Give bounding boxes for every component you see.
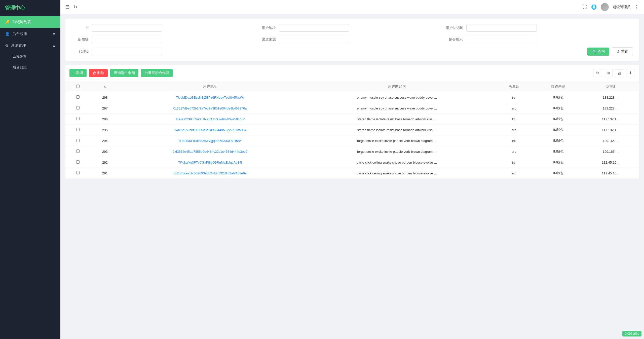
globe-icon[interactable]: 🌐 (591, 4, 597, 10)
cell-mnemonic: stereo flame isolate resist base tornado… (300, 114, 494, 125)
cell-chain: erc (494, 146, 534, 157)
print-icon[interactable]: 🖨 (615, 69, 624, 77)
filter-item-user-address: 用户地址 (259, 24, 446, 32)
delete-button[interactable]: 🗑 删除 (89, 69, 108, 77)
cell-mnemonic: stereo flame isolate resist base tornado… (300, 125, 494, 135)
filter-input-show-flag[interactable] (466, 36, 536, 43)
cell-address[interactable]: TPqkafxg3FTvCGkPj8bJGRuMaEUgcAb34i (120, 157, 300, 168)
address-link[interactable]: TUdMDu1GEzsNSjZEPz6RXobyTpU8A5NsWr (176, 96, 244, 99)
cell-channel: IM钱包 (534, 135, 582, 146)
data-table: id 用户地址 用户助记词 所属链 渠道来源 ip地址 298 TUdMDu1G… (65, 81, 639, 179)
table-toolbar: + 新增 🗑 删除 查询选中余额 批量展示给代理 ↻ ⊞ 🖨 ⬇ (65, 65, 639, 81)
filter-input-chain[interactable] (92, 36, 162, 43)
cell-chain: trc (494, 157, 534, 168)
chevron-down-icon: ∨ (53, 32, 55, 36)
table-panel: + 新增 🗑 删除 查询选中余额 批量展示给代理 ↻ ⊞ 🖨 ⬇ (65, 65, 639, 179)
cell-channel: IM钱包 (534, 92, 582, 103)
menu-toggle-icon[interactable]: ☰ (65, 4, 69, 10)
filter-panel: id 用户地址 用户助记词 所属链 渠道来源 (65, 19, 639, 61)
cell-mnemonic: cycle click ceiling snake shove burden b… (300, 157, 494, 168)
sidebar-item-mnemonic-list[interactable]: 🔑 助记词列表 (0, 16, 60, 28)
export-icon[interactable]: ⬇ (626, 69, 635, 77)
cell-id: 292 (90, 157, 120, 168)
cell-checkbox[interactable] (65, 135, 90, 146)
cell-address[interactable]: 0xac6c150c8f7186528c2d966448f70dc7f87b59… (120, 125, 300, 135)
cell-checkbox[interactable] (65, 157, 90, 168)
table-row: 295 0xac6c150c8f7186528c2d966448f70dc7f8… (65, 125, 639, 135)
filter-label-user-address: 用户地址 (259, 26, 279, 30)
cell-mnemonic: enemy muscle spy chase success wave budd… (300, 92, 494, 103)
filter-label-agent-id: 代理id (71, 49, 92, 54)
filter-row-1: id 用户地址 用户助记词 (71, 24, 633, 32)
col-id: id (90, 81, 120, 92)
address-link[interactable]: 0xac6c150c8f7186528c2d966448f70dc7f87b59… (174, 128, 246, 132)
cell-checkbox[interactable] (65, 168, 90, 179)
filter-input-channel[interactable] (279, 36, 349, 43)
sidebar-item-system-management[interactable]: ⚙ 系统管理 ∧ (0, 40, 60, 52)
filter-input-id[interactable] (92, 24, 162, 32)
cell-address[interactable]: TUdMDu1GEzsNSjZEPz6RXobyTpU8A5NsWr (120, 92, 300, 103)
cell-checkbox[interactable] (65, 146, 90, 157)
layout-icon[interactable]: ⊞ (604, 69, 613, 77)
col-chain: 所属链 (494, 81, 534, 92)
sidebar-sub-item-backend-log[interactable]: 后台日志 (0, 62, 60, 73)
filter-label-id: id (71, 26, 92, 30)
filter-input-agent-id[interactable] (92, 48, 162, 55)
sidebar-item-backend-permissions[interactable]: 👤 后台权限 ∨ (0, 28, 60, 40)
col-user-mnemonic: 用户助记词 (300, 81, 494, 92)
reset-button[interactable]: ↺ 重置 (612, 47, 633, 56)
batch-show-button[interactable]: 批量展示给代理 (141, 69, 173, 77)
select-all-checkbox[interactable] (76, 85, 80, 88)
table-row: 293 0xf3552e45ab7855b0e4484c22c1c4754d44… (65, 146, 639, 157)
address-link[interactable]: THbDD5FdRkchZ5XVgjq9re68XJXP9Tf58Y (178, 139, 242, 143)
header: ☰ ↻ ⛶ 🌐 超级管理员 ⋮ (60, 0, 644, 14)
filter-item-chain: 所属链 (71, 36, 259, 43)
address-link[interactable]: 0x2565ceaf1c50269096b2422f332d163abf153e… (173, 171, 247, 175)
query-balance-button[interactable]: 查询选中余额 (110, 69, 138, 77)
query-button[interactable]: 🔍 查询 (587, 48, 609, 56)
filter-label-user-mnemonic: 用户助记词 (446, 26, 466, 30)
cell-address[interactable]: 0x3627d9e672b1f9a7ed9a3ff51e004de9b46397… (120, 103, 300, 114)
address-link[interactable]: TGwGC2PCCrnST8xAfQJocGw6mMWe58LgSr (175, 117, 245, 121)
cell-channel: IM钱包 (534, 103, 582, 114)
bottom-bar: 0.096163s (622, 331, 641, 336)
cell-checkbox[interactable] (65, 92, 90, 103)
main-area: ☰ ↻ ⛶ 🌐 超级管理员 ⋮ id 用户地址 (60, 0, 644, 339)
address-link[interactable]: TPqkafxg3FTvCGkPj8bJGRuMaEUgcAb34i (178, 161, 242, 164)
more-options-icon[interactable]: ⋮ (634, 4, 639, 10)
user-icon: 👤 (5, 32, 10, 36)
filter-item-user-mnemonic: 用户助记词 (446, 24, 633, 32)
cell-address[interactable]: 0x2565ceaf1c50269096b2422f332d163abf153e… (120, 168, 300, 179)
cell-id: 293 (90, 146, 120, 157)
table-row: 292 TPqkafxg3FTvCGkPj8bJGRuMaEUgcAb34i c… (65, 157, 639, 168)
gear-icon: ⚙ (5, 44, 8, 48)
cell-address[interactable]: THbDD5FdRkchZ5XVgjq9re68XJXP9Tf58Y (120, 135, 300, 146)
sidebar-sub-item-system-settings[interactable]: 系统设置 (0, 52, 60, 62)
cell-ip: 183.228.… (582, 103, 639, 114)
filter-label-show-flag: 是否展示 (446, 37, 466, 42)
address-link[interactable]: 0xf3552e45ab7855b0e4484c22c1c4754d444e3e… (173, 150, 247, 154)
filter-input-user-address[interactable] (279, 24, 349, 32)
address-link[interactable]: 0x3627d9e672b1f9a7ed9a3ff51e004de9b46397… (173, 106, 247, 110)
cell-checkbox[interactable] (65, 103, 90, 114)
cell-channel: IM钱包 (534, 114, 582, 125)
filter-row-2: 所属链 渠道来源 是否展示 (71, 36, 633, 43)
avatar-image (601, 3, 609, 11)
refresh-icon[interactable]: ↻ (73, 4, 77, 10)
cell-checkbox[interactable] (65, 114, 90, 125)
cell-id: 294 (90, 135, 120, 146)
cell-address[interactable]: 0xf3552e45ab7855b0e4484c22c1c4754d444e3e… (120, 146, 300, 157)
refresh-table-icon[interactable]: ↻ (593, 69, 602, 77)
add-button[interactable]: + 新增 (69, 69, 87, 77)
delete-icon: 🗑 (93, 71, 96, 75)
filter-item-channel: 渠道来源 (259, 36, 446, 43)
cell-address[interactable]: TGwGC2PCCrnST8xAfQJocGw6mMWe58LgSr (120, 114, 300, 125)
col-channel: 渠道来源 (534, 81, 582, 92)
cell-id: 296 (90, 114, 120, 125)
filter-input-user-mnemonic[interactable] (466, 24, 537, 32)
table-header-row: id 用户地址 用户助记词 所属链 渠道来源 ip地址 (65, 81, 639, 92)
fullscreen-icon[interactable]: ⛶ (583, 4, 587, 10)
cell-checkbox[interactable] (65, 125, 90, 135)
filter-row-3: 代理id 🔍 查询 ↺ 重置 (71, 47, 633, 56)
cell-mnemonic: forget smile excite invite paddle verb b… (300, 146, 494, 157)
